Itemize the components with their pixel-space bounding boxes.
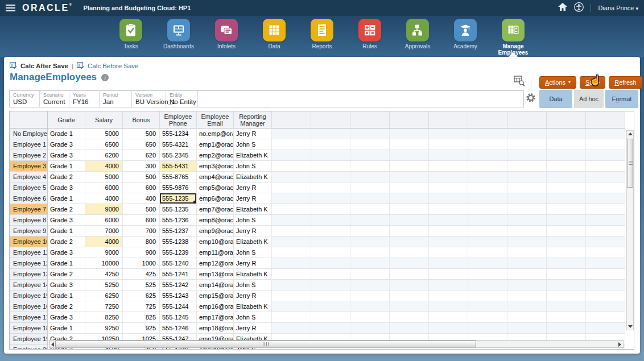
grid-cell-empty[interactable] bbox=[350, 226, 390, 236]
grid-cell-empty[interactable] bbox=[272, 247, 311, 258]
grid-cell-empty[interactable] bbox=[311, 161, 350, 172]
info-icon[interactable]: i bbox=[101, 74, 109, 81]
grid-cell-empty[interactable] bbox=[350, 139, 390, 150]
grid-cell[interactable]: 925 bbox=[123, 323, 160, 334]
grid-cell[interactable]: 6500 bbox=[85, 139, 123, 150]
grid-cell[interactable]: 10000 bbox=[85, 258, 123, 269]
grid-cell-empty[interactable] bbox=[311, 323, 350, 334]
grid-cell-empty[interactable] bbox=[350, 236, 390, 247]
row-header[interactable]: Employee 17 bbox=[10, 312, 48, 323]
grid-cell-empty[interactable] bbox=[350, 280, 390, 291]
grid-cell-empty[interactable] bbox=[390, 301, 429, 312]
grid-cell-empty[interactable] bbox=[311, 215, 350, 226]
calc-before-save-link[interactable]: Calc Before Save bbox=[88, 63, 139, 69]
grid-cell[interactable]: 555-1236 bbox=[160, 215, 197, 226]
row-header[interactable]: Employee 4 bbox=[10, 172, 48, 182]
scroll-down-icon[interactable] bbox=[628, 325, 633, 328]
grid-cell-empty[interactable] bbox=[547, 150, 586, 161]
grid-cell[interactable]: Elizabeth K bbox=[234, 150, 272, 161]
grid-cell-empty[interactable] bbox=[350, 128, 390, 139]
grid-cell[interactable]: 4000 bbox=[85, 161, 123, 172]
grid-cell[interactable]: emp9@oracle.co bbox=[197, 226, 234, 236]
grid-cell-empty[interactable] bbox=[586, 269, 625, 280]
hamburger-menu-icon[interactable] bbox=[6, 3, 15, 13]
grid-cell-empty[interactable] bbox=[272, 204, 311, 215]
grid-cell[interactable]: 8250 bbox=[85, 312, 123, 323]
grid-cell[interactable]: Grade 3 bbox=[48, 139, 85, 150]
grid-cell[interactable]: Jerry R bbox=[234, 182, 272, 193]
grid-cell-empty[interactable] bbox=[311, 139, 350, 150]
grid-cell-empty[interactable] bbox=[507, 182, 547, 193]
grid-cell-empty[interactable] bbox=[390, 258, 429, 269]
grid-cell-empty[interactable] bbox=[547, 269, 586, 280]
grid-cell-empty[interactable] bbox=[468, 258, 507, 269]
grid-cell-empty[interactable] bbox=[547, 280, 586, 291]
grid-cell-empty[interactable] bbox=[468, 226, 507, 236]
grid-cell[interactable]: 555-1242 bbox=[160, 280, 197, 291]
grid-cell[interactable]: 555-1243 bbox=[160, 291, 197, 301]
grid-cell-empty[interactable] bbox=[547, 236, 586, 247]
grid-cell-empty[interactable] bbox=[390, 323, 429, 334]
grid-cell[interactable]: emp8@oracle.co bbox=[197, 215, 234, 226]
grid-cell-empty[interactable] bbox=[350, 161, 390, 172]
grid-cell[interactable]: Grade 3 bbox=[48, 280, 85, 291]
pov-entity[interactable]: Entity No Entity bbox=[166, 91, 198, 107]
grid-cell-empty[interactable] bbox=[468, 150, 507, 161]
grid-cell[interactable]: Grade 3 bbox=[48, 247, 85, 258]
home-icon[interactable] bbox=[558, 3, 567, 14]
grid-cell-empty[interactable] bbox=[390, 312, 429, 323]
row-header[interactable]: Employee 5 bbox=[10, 182, 48, 193]
grid-cell[interactable]: 600 bbox=[123, 182, 160, 193]
grid-cell-empty[interactable] bbox=[390, 226, 429, 236]
grid-cell[interactable]: 555-1241 bbox=[160, 269, 197, 280]
grid-cell-empty[interactable] bbox=[350, 269, 390, 280]
grid-cell-empty[interactable] bbox=[311, 150, 350, 161]
grid-cell-empty[interactable] bbox=[311, 204, 350, 215]
grid-cell-empty[interactable] bbox=[350, 312, 390, 323]
grid-cell-empty[interactable] bbox=[547, 172, 586, 182]
grid-cell[interactable]: 555-9876 bbox=[160, 182, 197, 193]
grid-cell-empty[interactable] bbox=[507, 258, 547, 269]
grid-cell-empty[interactable] bbox=[507, 128, 547, 139]
grid-cell-empty[interactable] bbox=[547, 215, 586, 226]
grid-cell[interactable]: 800 bbox=[123, 236, 160, 247]
grid-cell-empty[interactable] bbox=[390, 247, 429, 258]
grid-cell[interactable]: 600 bbox=[123, 215, 160, 226]
grid-cell[interactable]: Grade 3 bbox=[48, 150, 85, 161]
column-header-grade[interactable]: Grade bbox=[48, 111, 85, 128]
grid-cell[interactable]: Jerry R bbox=[234, 226, 272, 236]
grid-cell-empty[interactable] bbox=[272, 215, 311, 226]
grid-cell-empty[interactable] bbox=[547, 204, 586, 215]
grid-cell[interactable]: 425 bbox=[123, 269, 160, 280]
grid-cell-empty[interactable] bbox=[507, 150, 547, 161]
grid-cell-empty[interactable] bbox=[272, 150, 311, 161]
pov-currency[interactable]: Currency USD bbox=[10, 91, 40, 107]
grid-cell-empty[interactable] bbox=[507, 204, 547, 215]
grid-cell[interactable]: Grade 1 bbox=[48, 258, 85, 269]
grid-cell-empty[interactable] bbox=[468, 247, 507, 258]
grid-cell-empty[interactable] bbox=[547, 128, 586, 139]
grid-cell-empty[interactable] bbox=[429, 215, 468, 226]
grid-cell-empty[interactable] bbox=[507, 226, 547, 236]
grid-cell-empty[interactable] bbox=[586, 323, 625, 334]
nav-item-rules[interactable]: Rules bbox=[346, 16, 394, 57]
grid-cell-empty[interactable] bbox=[468, 128, 507, 139]
row-header[interactable]: Employee 14 bbox=[10, 280, 48, 291]
grid-cell-empty[interactable] bbox=[468, 161, 507, 172]
grid-cell[interactable]: Grade 2 bbox=[48, 204, 85, 215]
grid-cell[interactable]: emp6@oracle.co bbox=[197, 193, 234, 204]
grid-cell-empty[interactable] bbox=[311, 312, 350, 323]
row-header[interactable]: Employee 13 bbox=[10, 269, 48, 280]
grid-cell[interactable]: emp16@oracle.c bbox=[197, 301, 234, 312]
accessibility-icon[interactable] bbox=[574, 2, 584, 14]
grid-cell-empty[interactable] bbox=[547, 312, 586, 323]
grid-cell-empty[interactable] bbox=[507, 323, 547, 334]
grid-cell[interactable]: 650 bbox=[123, 139, 160, 150]
grid-cell[interactable]: John S bbox=[234, 215, 272, 226]
column-header-bonus[interactable]: Bonus bbox=[123, 111, 160, 128]
grid-cell-empty[interactable] bbox=[390, 128, 429, 139]
column-header-salary[interactable]: Salary bbox=[85, 111, 123, 128]
grid-cell-empty[interactable] bbox=[586, 150, 625, 161]
pov-scenario[interactable]: Scenario Current bbox=[40, 91, 69, 107]
grid-cell[interactable]: 5000 bbox=[85, 172, 123, 182]
